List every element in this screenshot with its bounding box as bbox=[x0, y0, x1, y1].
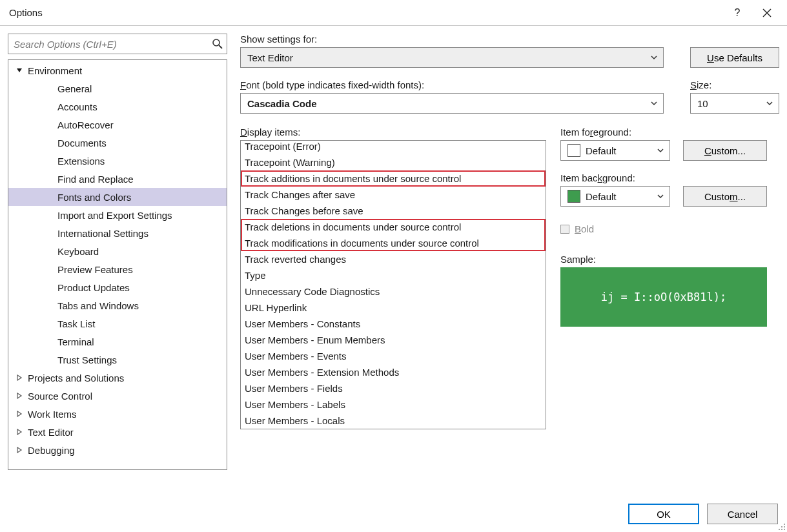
tree-indent bbox=[45, 210, 54, 220]
display-item[interactable]: URL Hyperlink bbox=[241, 300, 546, 316]
display-item[interactable]: User Members - Events bbox=[241, 348, 546, 364]
tree-item-label: Tabs and Windows bbox=[57, 300, 139, 311]
tree-item[interactable]: Task List bbox=[8, 314, 227, 332]
tree-item-label: Text Editor bbox=[28, 427, 74, 438]
tree-item-label: Keyboard bbox=[57, 246, 99, 257]
resize-grip[interactable] bbox=[777, 522, 786, 531]
display-item[interactable]: User Members - Constants bbox=[241, 316, 546, 332]
tree-item-label: International Settings bbox=[57, 228, 148, 239]
tree-item[interactable]: Preview Features bbox=[8, 260, 227, 278]
display-item[interactable]: User Members - Enum Members bbox=[241, 332, 546, 348]
options-tree[interactable]: EnvironmentGeneralAccountsAutoRecoverDoc… bbox=[8, 59, 227, 470]
svg-point-15 bbox=[784, 529, 785, 530]
display-item[interactable]: Type bbox=[241, 267, 546, 283]
tree-indent bbox=[45, 138, 54, 147]
chevron-down-icon bbox=[15, 66, 24, 75]
tree-item[interactable]: Keyboard bbox=[8, 242, 227, 260]
tree-indent bbox=[45, 120, 54, 129]
tree-item-label: Import and Export Settings bbox=[57, 210, 172, 221]
cancel-button[interactable]: Cancel bbox=[707, 504, 778, 524]
close-button[interactable] bbox=[752, 3, 782, 23]
show-settings-value: Text Editor bbox=[247, 52, 293, 63]
chevron-right-icon bbox=[15, 409, 24, 418]
tree-indent bbox=[45, 301, 54, 310]
tree-indent bbox=[45, 247, 54, 256]
display-item[interactable]: Tracepoint (Warning) bbox=[241, 154, 546, 170]
sample-preview: ij = I::oO(0xB81l); bbox=[560, 267, 767, 327]
tree-item-label: General bbox=[57, 83, 92, 94]
tree-indent bbox=[45, 192, 54, 201]
display-item[interactable]: Track reverted changes bbox=[241, 251, 546, 267]
tree-item[interactable]: Tabs and Windows bbox=[8, 296, 227, 314]
tree-item[interactable]: Accounts bbox=[8, 97, 227, 116]
display-item[interactable]: Unnecessary Code Diagnostics bbox=[241, 283, 546, 300]
display-item[interactable]: Tracepoint (Error) bbox=[241, 140, 546, 154]
bold-label: Bold bbox=[575, 223, 594, 234]
display-item[interactable]: User Members - Labels bbox=[241, 396, 546, 413]
help-button[interactable]: ? bbox=[722, 3, 752, 23]
background-custom-button[interactable]: Custom... bbox=[683, 186, 767, 207]
show-settings-label: Show settings for: bbox=[240, 34, 676, 45]
chevron-down-icon bbox=[657, 147, 664, 154]
svg-point-11 bbox=[781, 526, 782, 527]
display-item[interactable]: Track deletions in documents under sourc… bbox=[241, 219, 546, 235]
tree-item[interactable]: Environment bbox=[8, 61, 227, 79]
item-foreground-select[interactable]: Default bbox=[560, 140, 670, 161]
foreground-custom-button[interactable]: Custom... bbox=[683, 140, 767, 161]
chevron-down-icon bbox=[650, 99, 658, 107]
tree-item-label: Find and Replace bbox=[57, 174, 134, 185]
font-select[interactable]: Cascadia Code bbox=[240, 93, 664, 114]
tree-item[interactable]: AutoRecover bbox=[8, 116, 227, 134]
bold-checkbox[interactable]: Bold bbox=[560, 223, 767, 234]
tree-item[interactable]: Terminal bbox=[8, 332, 227, 351]
display-item[interactable]: User Members - Locals bbox=[241, 413, 546, 429]
tree-item[interactable]: Debugging bbox=[8, 441, 227, 459]
tree-item[interactable]: Work Items bbox=[8, 405, 227, 423]
svg-point-12 bbox=[784, 526, 785, 527]
display-item[interactable]: Track Changes before save bbox=[241, 203, 546, 219]
tree-item[interactable]: Import and Export Settings bbox=[8, 206, 227, 224]
display-item[interactable]: User Members - Fields bbox=[241, 380, 546, 396]
item-foreground-label: Item foreground: bbox=[560, 127, 767, 138]
display-item[interactable]: User Members - Extension Methods bbox=[241, 364, 546, 380]
background-value: Default bbox=[586, 191, 617, 202]
svg-point-10 bbox=[784, 524, 785, 525]
tree-item-label: Preview Features bbox=[57, 264, 133, 275]
font-value: Cascadia Code bbox=[247, 98, 317, 109]
tree-item-label: Task List bbox=[57, 318, 95, 329]
tree-item[interactable]: Trust Settings bbox=[8, 351, 227, 369]
tree-item-label: AutoRecover bbox=[57, 119, 114, 130]
tree-item[interactable]: Documents bbox=[8, 134, 227, 152]
search-input[interactable] bbox=[8, 34, 227, 54]
tree-item-label: Terminal bbox=[57, 336, 94, 347]
display-items-list[interactable]: Tracepoint (Error)Tracepoint (Warning)Tr… bbox=[240, 140, 546, 429]
tree-item[interactable]: Fonts and Colors bbox=[8, 188, 227, 206]
show-settings-select[interactable]: Text Editor bbox=[240, 47, 664, 68]
tree-indent bbox=[45, 174, 54, 183]
use-defaults-button[interactable]: Use Defaults bbox=[690, 47, 779, 68]
tree-item[interactable]: Product Updates bbox=[8, 278, 227, 296]
tree-item[interactable]: Find and Replace bbox=[8, 170, 227, 188]
tree-item[interactable]: Text Editor bbox=[8, 423, 227, 441]
svg-marker-5 bbox=[17, 375, 21, 380]
tree-item-label: Projects and Solutions bbox=[28, 373, 124, 384]
size-select[interactable]: 10 bbox=[690, 93, 779, 114]
display-item[interactable]: Track modifications in documents under s… bbox=[241, 235, 546, 251]
svg-marker-9 bbox=[17, 447, 21, 453]
tree-indent bbox=[45, 355, 54, 364]
tree-item[interactable]: Source Control bbox=[8, 387, 227, 405]
tree-item[interactable]: Extensions bbox=[8, 152, 227, 170]
tree-item[interactable]: General bbox=[8, 79, 227, 97]
display-item[interactable]: Track additions in documents under sourc… bbox=[241, 170, 546, 187]
checkbox-box bbox=[560, 225, 569, 234]
display-item[interactable]: Track Changes after save bbox=[241, 187, 546, 203]
sample-label: Sample: bbox=[560, 254, 767, 265]
tree-item[interactable]: International Settings bbox=[8, 224, 227, 242]
titlebar: Options ? bbox=[0, 0, 787, 26]
ok-button[interactable]: OK bbox=[628, 504, 699, 524]
item-background-label: Item background: bbox=[560, 172, 767, 183]
foreground-value: Default bbox=[586, 145, 617, 156]
tree-item[interactable]: Projects and Solutions bbox=[8, 369, 227, 387]
svg-marker-8 bbox=[17, 429, 21, 435]
item-background-select[interactable]: Default bbox=[560, 186, 670, 207]
